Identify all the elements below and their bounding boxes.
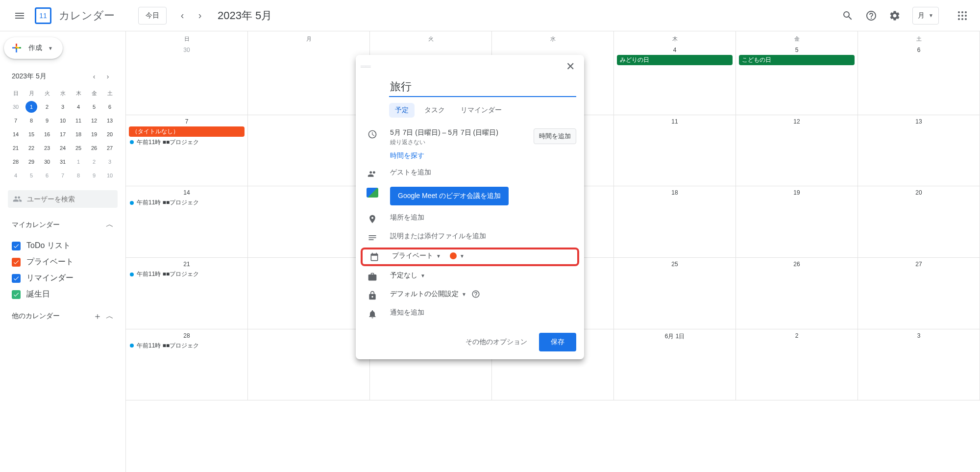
day-cell[interactable] [248,329,370,401]
day-cell[interactable]: 4みどりの日 [614,44,736,115]
day-cell[interactable]: 7（タイトルなし）午前11時 ■■プロジェク [126,115,248,187]
event-chip[interactable]: みどりの日 [617,55,733,65]
mini-cal-day[interactable]: 28 [8,155,24,169]
day-cell[interactable]: 18 [614,186,736,258]
mini-cal-day[interactable]: 9 [86,169,102,182]
day-cell[interactable]: 30 [126,44,248,115]
search-users[interactable] [8,190,118,208]
other-calendars-toggle[interactable]: 他のカレンダー ＋ ︿ [8,306,118,326]
calendar-list-item[interactable]: リマインダー [8,270,118,286]
event-chip[interactable]: こどもの日 [739,55,855,65]
mini-cal-day[interactable]: 25 [71,141,86,155]
day-cell[interactable]: 5こどもの日 [736,44,858,115]
mini-cal-day[interactable]: 30 [39,155,55,169]
visibility-select[interactable]: デフォルトの公開設定▼ [390,290,466,298]
find-time-link[interactable]: 時間を探す [390,151,424,160]
settings-icon[interactable] [885,6,905,25]
mini-cal-day[interactable]: 19 [86,127,102,141]
mini-cal-prev[interactable]: ‹ [88,71,100,82]
day-cell[interactable] [248,186,370,258]
day-cell[interactable]: 13 [858,115,980,187]
apps-icon[interactable] [953,6,972,25]
mini-cal-day[interactable]: 6 [102,100,118,114]
mini-cal-day[interactable]: 11 [71,114,86,127]
day-cell[interactable] [248,44,370,115]
mini-cal-day[interactable]: 6 [39,169,55,182]
mini-cal-day[interactable]: 9 [39,114,55,127]
checkbox-icon[interactable] [12,258,21,267]
mini-cal-day[interactable]: 5 [86,100,102,114]
mini-cal-day[interactable]: 29 [24,155,39,169]
event-type-tab[interactable]: タスク [418,103,451,118]
mini-cal-day[interactable]: 1 [25,101,37,113]
calendar-select[interactable]: プライベート▼ [392,251,441,260]
event-item[interactable]: 午前11時 ■■プロジェク [129,198,245,207]
mini-cal-day[interactable]: 3 [102,155,118,169]
calendar-list-item[interactable]: ToDo リスト [8,238,118,254]
checkbox-icon[interactable] [12,242,21,250]
close-button[interactable]: ✕ [562,58,579,75]
event-item[interactable]: 午前11時 ■■プロジェク [129,270,245,279]
event-title-input[interactable] [389,78,576,97]
mini-cal-day[interactable]: 7 [55,169,71,182]
help-icon[interactable] [471,290,480,298]
date-range-text[interactable]: 5月 7日 (日曜日) – 5月 7日 (日曜日) [390,128,498,137]
save-button[interactable]: 保存 [539,333,576,351]
mini-cal-day[interactable]: 24 [55,141,71,155]
mini-cal-day[interactable]: 31 [55,155,71,169]
day-cell[interactable]: 19 [736,186,858,258]
mini-cal-next[interactable]: › [102,71,114,82]
create-button[interactable]: 作成 ▼ [4,37,63,59]
mini-cal-day[interactable]: 4 [8,169,24,182]
add-notification-field[interactable]: 通知を追加 [390,308,576,317]
day-cell[interactable]: 6月 1日 [614,329,736,401]
checkbox-icon[interactable] [12,290,21,299]
day-cell[interactable]: 2 [736,329,858,401]
day-cell[interactable] [248,115,370,187]
mini-cal-day[interactable]: 2 [86,155,102,169]
day-cell[interactable]: 28午前11時 ■■プロジェク [126,329,248,401]
day-cell[interactable]: 3 [858,329,980,401]
mini-cal-day[interactable]: 15 [24,127,39,141]
add-meet-button[interactable]: Google Meet のビデオ会議を追加 [390,187,509,205]
today-button[interactable]: 今日 [138,7,167,25]
day-cell[interactable] [248,258,370,329]
color-select[interactable]: ▼ [450,252,465,259]
mini-cal-day[interactable]: 21 [8,141,24,155]
mini-cal-day[interactable]: 16 [39,127,55,141]
add-description-field[interactable]: 説明または添付ファイルを追加 [390,232,576,241]
add-time-button[interactable]: 時間を追加 [534,128,576,144]
my-calendars-toggle[interactable]: マイカレンダー ︿ [8,216,118,234]
mini-cal-day[interactable]: 30 [8,100,24,114]
mini-cal-day[interactable]: 2 [39,100,55,114]
calendar-list-item[interactable]: 誕生日 [8,286,118,302]
day-cell[interactable]: 14午前11時 ■■プロジェク [126,186,248,258]
mini-cal-day[interactable]: 27 [102,141,118,155]
checkbox-icon[interactable] [12,274,21,283]
mini-cal-day[interactable]: 23 [39,141,55,155]
view-selector[interactable]: 月▼ [912,7,939,25]
repeat-text[interactable]: 繰り返さない [390,138,498,147]
event-type-tab[interactable]: リマインダー [455,103,508,118]
event-item[interactable]: 午前11時 ■■プロジェク [129,341,245,350]
event-item[interactable]: 午前11時 ■■プロジェク [129,138,245,147]
day-cell[interactable]: 27 [858,258,980,329]
event-type-tab[interactable]: 予定 [389,103,415,118]
day-cell[interactable]: 26 [736,258,858,329]
availability-select[interactable]: 予定なし▼ [390,271,576,280]
add-location-field[interactable]: 場所を追加 [390,213,576,222]
search-users-input[interactable] [27,195,113,203]
next-month-button[interactable]: › [192,8,208,24]
mini-cal-day[interactable]: 7 [8,114,24,127]
add-calendar-icon[interactable]: ＋ [93,310,102,322]
mini-cal-day[interactable]: 20 [102,127,118,141]
mini-cal-day[interactable]: 10 [102,169,118,182]
day-cell[interactable]: 6 [858,44,980,115]
mini-cal-day[interactable]: 8 [71,169,86,182]
prev-month-button[interactable]: ‹ [174,8,190,24]
search-icon[interactable] [838,6,858,25]
day-cell[interactable]: 25 [614,258,736,329]
day-cell[interactable]: 20 [858,186,980,258]
add-guests-field[interactable]: ゲストを追加 [390,168,576,177]
mini-cal-day[interactable]: 13 [102,114,118,127]
